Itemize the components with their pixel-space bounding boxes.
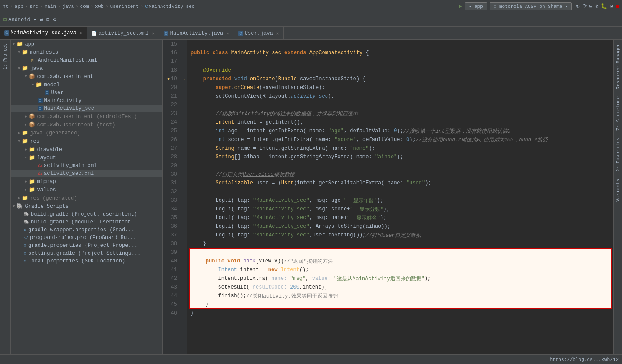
run-icon[interactable]: ▶	[459, 3, 462, 10]
tab-mainactivity[interactable]: C MainActivity.java ✕	[159, 27, 234, 39]
code-line-28: String[] aihao = intent.getStringArrayEx…	[187, 153, 613, 161]
tab-label-1: MainActivity_sec.java	[11, 30, 76, 36]
bc-mainactivity-sec[interactable]: MainActivity_sec	[149, 4, 195, 9]
tab-activity-sec-xml[interactable]: 📄 activity_sec.xml ✕	[87, 27, 159, 39]
expand-res-gen: ▶	[18, 196, 20, 200]
bc-src[interactable]: src	[30, 4, 38, 9]
code-content[interactable]: public class MainActivity_sec extends Ap…	[187, 40, 613, 354]
ln-34: 34	[163, 205, 181, 213]
tree-local-props[interactable]: ⚙ local.properties (SDK Location)	[11, 257, 162, 265]
bc-com[interactable]: com	[80, 4, 89, 9]
tree-layout[interactable]: ▼ 📁 layout	[11, 154, 162, 162]
tree-pkg-android[interactable]: ▶ 📦 com.xwb.userintent (androidTest)	[11, 112, 162, 121]
refresh-icon[interactable]: ↻	[576, 3, 579, 10]
android-label[interactable]: ⊞ Android ▾	[3, 16, 36, 23]
tabs-bar: C MainActivity_sec.java ✕ 📄 activity_sec…	[0, 27, 622, 40]
sync-icon[interactable]: ⇄	[40, 16, 43, 23]
tree-proguard[interactable]: 🛡 proguard-rules.pro (ProGuard Ru...	[11, 234, 162, 242]
expand-mipmap: ▶	[25, 179, 27, 184]
tree-user[interactable]: C User	[11, 89, 162, 97]
structure-tab[interactable]: Z: Structure	[614, 93, 622, 134]
bc-userintent[interactable]: userintent	[110, 4, 139, 9]
local-props-icon: ⚙	[24, 259, 26, 264]
tree-activity-sec[interactable]: 🗂 activity_sec.xml	[11, 170, 162, 177]
code-line-35: Log.i( tag: "MainActivity_sec", msg: nam…	[187, 213, 613, 222]
toolbar-btn-1[interactable]: ⟳	[583, 3, 587, 10]
tree-package-main[interactable]: ▼ 📦 com.xwb.userintent	[11, 72, 162, 81]
tree-gradle-scripts[interactable]: ▼ 🐘 Gradle Scripts	[11, 202, 162, 210]
gc-21	[181, 92, 187, 101]
toolbar-btn-3[interactable]: ⚙	[595, 3, 598, 10]
xml-sec-icon: 🗂	[38, 171, 42, 176]
toolbar-btn-stop[interactable]: ■	[616, 3, 619, 10]
tree-mainactivity[interactable]: C MainActivity	[11, 97, 162, 105]
favorites-tab[interactable]: 2: Favorites	[614, 134, 622, 175]
app-dropdown[interactable]: ▾ app	[465, 2, 487, 10]
props-icon-1: ⚙	[24, 227, 26, 233]
code-editor[interactable]: 15 16 17 18 ●19 20 21 22 23 24 25 26 27 …	[163, 40, 613, 354]
activity-sec-label: activity_sec.xml	[44, 171, 94, 177]
expand-java-gen: ▶	[18, 131, 20, 135]
tree-manifests[interactable]: ▼ 📁 manifests	[11, 48, 162, 56]
gc-16	[181, 49, 187, 57]
breadcrumb-bar: nt › app › src › main › java › com › xwb…	[0, 0, 622, 13]
tree-activity-main[interactable]: 🗂 activity_main.xml	[11, 162, 162, 170]
code-line-39	[189, 248, 612, 257]
expand-icon[interactable]: ⊞	[46, 16, 49, 23]
bc-xwb[interactable]: xwb	[95, 4, 104, 9]
tab-user[interactable]: C User.java ✕	[234, 27, 283, 39]
tree-build-gradle-mod[interactable]: 🐘 build.gradle (Module: userintent...	[11, 218, 162, 226]
tree-drawable[interactable]: ▶ 📁 drawable	[11, 145, 162, 154]
bc-nt[interactable]: nt	[3, 4, 8, 9]
tree-values[interactable]: ▶ 📁 values	[11, 186, 162, 194]
toolbar-btn-2[interactable]: ⊞	[589, 3, 592, 10]
androidmanifest-label: AndroidManifest.xml	[38, 57, 97, 63]
toolbar-btn-5[interactable]: ⊡	[610, 3, 613, 10]
tree-app[interactable]: ▼ 📁 app	[11, 40, 162, 48]
mipmap-label: mipmap	[37, 179, 56, 185]
toolbar-btn-4[interactable]: 🐛	[601, 3, 607, 10]
expand-java: ▼	[18, 66, 20, 71]
gradle-label: Gradle Scripts	[25, 203, 69, 210]
tree-gradle-props[interactable]: ⚙ gradle.properties (Project Prope...	[11, 242, 162, 249]
tree-mipmap[interactable]: ▶ 📁 mipmap	[11, 177, 162, 186]
project-tab[interactable]: 1: Project	[2, 40, 9, 73]
java-label: java	[30, 66, 43, 72]
close-tab-4[interactable]: ✕	[276, 31, 279, 36]
bc-main[interactable]: main	[45, 4, 56, 9]
expand-layout: ▼	[25, 156, 27, 160]
tree-settings-gradle[interactable]: ⚙ settings.gradle (Project Settings...	[11, 249, 162, 257]
variants-tab[interactable]: Variants	[614, 175, 622, 205]
bc-app[interactable]: app	[15, 4, 23, 9]
tree-gradle-wrapper[interactable]: ⚙ gradle-wrapper.properties (Grad...	[11, 226, 162, 234]
tree-androidmanifest[interactable]: MF AndroidManifest.xml	[11, 56, 162, 64]
bc-java[interactable]: java	[63, 4, 74, 9]
tree-res-generated[interactable]: ▶ 📁 res (generated)	[11, 194, 162, 202]
tab-label-2: activity_sec.xml	[99, 30, 148, 36]
tree-model[interactable]: ▼ 📁 model	[11, 81, 162, 89]
tab-mainactivity-sec[interactable]: C MainActivity_sec.java ✕	[0, 27, 87, 39]
pkg-android-icon: 📦	[29, 113, 35, 120]
layout-label: layout	[37, 155, 56, 161]
code-line-24: Intent intent = getIntent();	[187, 118, 613, 127]
device-dropdown[interactable]: ☐ motorola AOSP on Shama ▾	[490, 2, 572, 10]
tree-pkg-test[interactable]: ▶ 📦 com.xwb.userintent (test)	[11, 121, 162, 129]
tree-build-gradle-proj[interactable]: 🐘 build.gradle (Project: userintent)	[11, 210, 162, 218]
close-tab-3[interactable]: ✕	[227, 31, 229, 36]
settings-icon[interactable]: ⚙	[53, 16, 56, 23]
tree-java-generated[interactable]: ▶ 📁 java (generated)	[11, 129, 162, 137]
gc-20	[181, 83, 187, 92]
ln-18: 18	[163, 66, 181, 75]
code-line-37: Log.i( tag: "MainActivity_sec",user.toSt…	[187, 231, 613, 239]
tree-res[interactable]: ▼ 📁 res	[11, 137, 162, 145]
close-tab-2[interactable]: ✕	[152, 31, 155, 36]
tree-mainactivity-sec[interactable]: C MainActivity_sec	[11, 105, 162, 112]
code-line-41: Intent intent = new Intent();	[189, 266, 612, 274]
folder-res: 📁	[22, 138, 28, 144]
tree-java[interactable]: ▼ 📁 java	[11, 64, 162, 72]
close-tab-1[interactable]: ✕	[80, 30, 82, 36]
manifests-label: manifests	[30, 49, 58, 56]
collapse-icon[interactable]: —	[60, 17, 63, 23]
res-label: res	[30, 138, 39, 144]
resource-manager-tab[interactable]: Resource Manager	[614, 40, 622, 93]
